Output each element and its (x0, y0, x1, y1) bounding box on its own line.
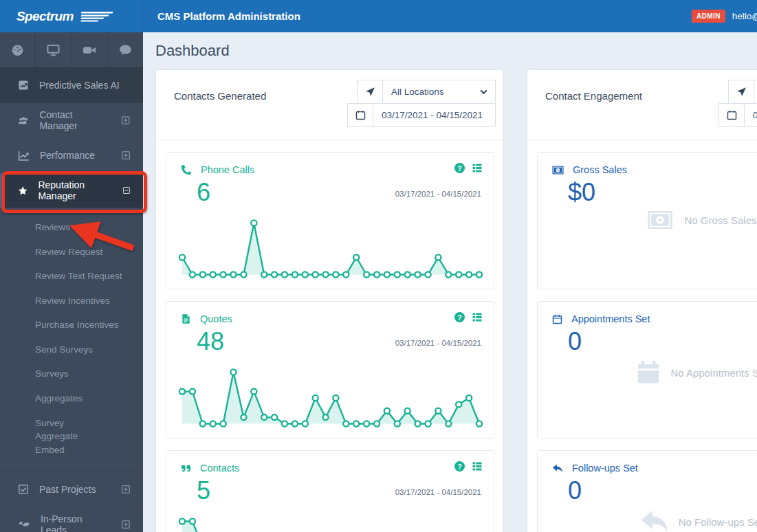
panel-title: Contacts Generated (174, 90, 266, 102)
stat-date-range: 03/17/2021 - 04/15/2021 (395, 339, 481, 347)
stat-value: 6 (197, 178, 210, 207)
plus-square-icon[interactable] (121, 485, 131, 494)
empty-state: No Follow-ups Set (538, 509, 757, 532)
submenu-item-reviews[interactable]: Reviews (0, 215, 143, 240)
submenu-item-surveys[interactable]: Surveys (0, 362, 143, 386)
date-range-value: 03 (753, 110, 757, 120)
handshake-icon (18, 518, 30, 531)
location-select[interactable]: All Locations (357, 80, 496, 104)
quotes-sparkline (176, 366, 485, 431)
stat-date-range: 03/17/2021 - 04/15/2021 (395, 488, 481, 496)
submenu-item-review-text-request[interactable]: Review Text Request (0, 264, 143, 289)
sidebar: Predictive Sales AI Contact Manager Perf… (0, 32, 143, 532)
sidebar-item-label: Past Projects (39, 484, 96, 495)
submenu-item-review-incentives[interactable]: Review Incentives (0, 289, 143, 313)
desktop-icon (47, 43, 60, 56)
stat-date-range: 03/17/2021 - 04/15/2021 (395, 190, 481, 198)
quote-right-icon (181, 463, 191, 474)
submenu-item-purchase-incentives[interactable]: Purchase Incentives (0, 313, 143, 337)
sidebar-icon-strip (0, 32, 143, 68)
empty-state-label: No Follow-ups Set (679, 516, 757, 528)
quotes-card: Quotes ? 48 03/17/2021 - 04/15/2021 (166, 301, 494, 439)
contact-engagement-panel: Contact Engagement 03 (527, 69, 757, 532)
empty-state-label: No Appointments Set (671, 367, 757, 379)
calendar-icon (348, 104, 373, 126)
stat-value: 0 (568, 327, 582, 356)
empty-state: No Appointments Set (538, 359, 757, 386)
plus-square-icon[interactable] (121, 520, 131, 529)
check-square-icon (18, 484, 29, 495)
sidebar-item-past-projects[interactable]: Past Projects (0, 472, 143, 507)
gross-sales-card: Gross Sales $0 No Gross Sales (537, 152, 757, 289)
stat-value: 5 (197, 476, 210, 505)
location-select[interactable] (728, 80, 757, 104)
location-select-value: All Locations (391, 87, 444, 97)
sidebar-item-label: Contact Manager (39, 109, 111, 131)
stat-label: Contacts (200, 463, 239, 474)
contacts-sparkline (176, 515, 485, 532)
main-content: Dashboard Contacts Generated All Locatio… (143, 32, 757, 532)
spectrum-logo: Spectrum (0, 0, 143, 32)
submenu-item-send-surveys[interactable]: Send Surveys (0, 337, 143, 362)
sidebar-item-contact-manager[interactable]: Contact Manager (0, 103, 143, 138)
sidebar-item-in-person-leads[interactable]: In-Person Leads (0, 507, 143, 532)
help-icon[interactable]: ? (454, 163, 465, 173)
money-bill-icon (646, 210, 674, 230)
submenu-item-survey-aggregate-embed[interactable]: Survey Aggregate Embed (0, 411, 117, 463)
reputation-manager-submenu: Reviews Review Request Review Text Reque… (0, 208, 143, 472)
sidebar-item-label: In-Person Leads (41, 513, 111, 532)
sidebar-item-label: Predictive Sales AI (39, 80, 120, 91)
phone-calls-card: Phone Calls ? 6 03/17/2021 - 04/15/2021 (166, 152, 494, 289)
sidebar-tab-dashboard[interactable] (0, 32, 36, 67)
reply-arrow-icon (640, 509, 669, 532)
date-range-input[interactable]: 03/17/2021 - 04/15/2021 (347, 103, 496, 127)
help-icon[interactable]: ? (454, 312, 465, 322)
stat-value: 0 (568, 476, 582, 505)
phone-calls-sparkline (176, 217, 485, 282)
plus-square-icon[interactable] (121, 115, 131, 125)
gauge-icon (11, 43, 24, 56)
submenu-item-aggregates[interactable]: Aggregates (0, 386, 143, 411)
stat-label: Appointments Set (571, 313, 650, 324)
minus-square-icon[interactable] (122, 186, 131, 195)
sidebar-tab-video[interactable] (72, 32, 108, 67)
page-title: Dashboard (155, 42, 230, 60)
location-arrow-icon (358, 80, 383, 103)
empty-state-label: No Gross Sales (684, 214, 756, 226)
sidebar-item-predictive-sales-ai[interactable]: Predictive Sales AI (0, 68, 143, 103)
list-icon[interactable] (472, 312, 483, 322)
chevron-down-icon (480, 89, 487, 95)
location-arrow-icon (729, 80, 754, 103)
list-icon[interactable] (472, 163, 483, 173)
sidebar-item-reputation-manager[interactable]: Reputation Manager (0, 173, 143, 208)
brand-speed-lines-icon (77, 10, 113, 23)
comment-icon (119, 43, 132, 56)
stat-label: Phone Calls (201, 164, 254, 175)
calendar-icon (635, 359, 661, 386)
help-icon[interactable]: ? (454, 461, 465, 472)
date-range-input[interactable]: 03 (718, 103, 757, 127)
phone-icon (181, 164, 192, 175)
reply-arrow-icon (552, 463, 563, 474)
sidebar-tab-chat[interactable] (108, 32, 143, 67)
plus-square-icon[interactable] (121, 151, 131, 160)
follow-ups-set-card: Follow-ups Set 0 No Follow-ups Set (537, 450, 757, 532)
sidebar-tab-desktop[interactable] (36, 32, 72, 67)
sidebar-item-label: Performance (40, 150, 95, 161)
sidebar-item-performance[interactable]: Performance (0, 138, 143, 173)
money-bill-icon (552, 166, 564, 175)
calendar-icon (552, 314, 562, 324)
brand-name: Spectrum (17, 9, 74, 24)
user-email[interactable]: hello@ (732, 11, 757, 21)
date-range-value: 03/17/2021 - 04/15/2021 (382, 110, 483, 120)
contacts-card: Contacts ? 5 03/17/2021 - 04/15/2021 (166, 450, 494, 532)
submenu-item-review-request[interactable]: Review Request (0, 240, 143, 265)
stat-label: Follow-ups Set (572, 463, 638, 474)
appointments-set-card: Appointments Set 0 No Appointments Set (537, 301, 757, 439)
list-icon[interactable] (472, 461, 483, 472)
app-title: CMS Platform Administration (157, 10, 300, 22)
admin-badge: ADMIN (692, 10, 725, 23)
stat-value: $0 (568, 178, 595, 207)
file-text-icon (181, 313, 191, 324)
video-camera-icon (83, 43, 96, 57)
